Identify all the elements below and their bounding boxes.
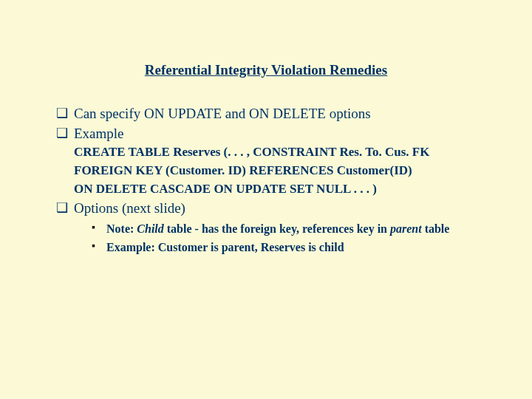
sql-line-2: FOREIGN KEY (Customer. ID) REFERENCES Cu… <box>56 163 476 180</box>
sql-line-3: ON DELETE CASCADE ON UPDATE SET NULL . .… <box>56 181 476 198</box>
note-parent-term: parent <box>390 222 422 235</box>
bullet-example: Example <box>56 125 476 143</box>
sub-list: Note: Child table - has the foreign key,… <box>56 221 476 256</box>
note-prefix: Note: <box>106 222 137 235</box>
sub-note: Note: Child table - has the foreign key,… <box>92 221 476 237</box>
note-child-term: Child <box>137 222 163 235</box>
bullet-options: Options (next slide) <box>56 200 476 218</box>
note-suffix: table <box>422 222 450 235</box>
bullet-on-update-delete: Can specify ON UPDATE and ON DELETE opti… <box>56 105 476 123</box>
note-mid: table - has the foreign key, references … <box>164 222 390 235</box>
main-list: Can specify ON UPDATE and ON DELETE opti… <box>56 105 476 143</box>
sql-line-1: CREATE TABLE Reserves (. . . , CONSTRAIN… <box>56 144 476 161</box>
sub-example: Example: Customer is parent, Reserves is… <box>92 239 476 256</box>
main-list-continued: Options (next slide) <box>56 200 476 218</box>
slide-title: Referential Integrity Violation Remedies <box>56 62 476 78</box>
